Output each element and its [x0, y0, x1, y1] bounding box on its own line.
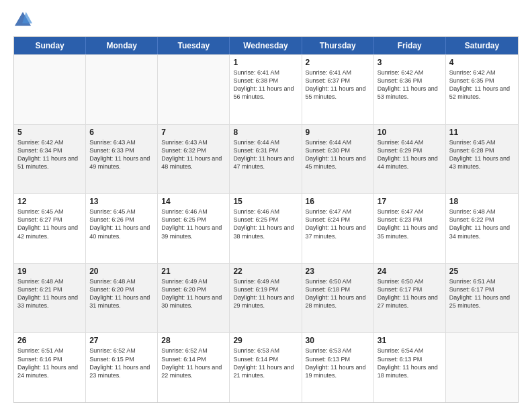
calendar-body: 1Sunrise: 6:41 AM Sunset: 6:38 PM Daylig…: [14, 54, 518, 402]
day-cell-5: 5Sunrise: 6:42 AM Sunset: 6:34 PM Daylig…: [14, 125, 86, 194]
cell-info: Sunrise: 6:41 AM Sunset: 6:38 PM Dayligh…: [233, 68, 298, 101]
day-number: 7: [161, 128, 226, 137]
week-row-5: 26Sunrise: 6:51 AM Sunset: 6:16 PM Dayli…: [14, 332, 518, 402]
day-number: 20: [89, 267, 154, 276]
day-cell-21: 21Sunrise: 6:49 AM Sunset: 6:20 PM Dayli…: [158, 264, 230, 333]
cell-info: Sunrise: 6:50 AM Sunset: 6:18 PM Dayligh…: [306, 277, 370, 310]
cell-info: Sunrise: 6:45 AM Sunset: 6:26 PM Dayligh…: [89, 208, 154, 240]
day-cell-13: 13Sunrise: 6:45 AM Sunset: 6:26 PM Dayli…: [86, 194, 158, 263]
day-number: 28: [161, 336, 226, 345]
day-cell-9: 9Sunrise: 6:44 AM Sunset: 6:30 PM Daylig…: [302, 125, 374, 194]
cell-info: Sunrise: 6:42 AM Sunset: 6:35 PM Dayligh…: [449, 68, 515, 101]
day-number: 27: [89, 336, 154, 345]
empty-cell: [446, 333, 518, 402]
day-cell-10: 10Sunrise: 6:44 AM Sunset: 6:29 PM Dayli…: [374, 125, 446, 194]
week-row-1: 1Sunrise: 6:41 AM Sunset: 6:38 PM Daylig…: [14, 54, 518, 124]
day-cell-26: 26Sunrise: 6:51 AM Sunset: 6:16 PM Dayli…: [14, 333, 86, 402]
day-cell-19: 19Sunrise: 6:48 AM Sunset: 6:21 PM Dayli…: [14, 264, 86, 333]
cell-info: Sunrise: 6:52 AM Sunset: 6:15 PM Dayligh…: [89, 347, 154, 379]
day-cell-27: 27Sunrise: 6:52 AM Sunset: 6:15 PM Dayli…: [86, 333, 158, 402]
day-number: 6: [89, 128, 154, 137]
day-number: 14: [161, 197, 226, 206]
cell-info: Sunrise: 6:48 AM Sunset: 6:21 PM Dayligh…: [17, 277, 82, 310]
header-cell-wednesday: Wednesday: [230, 37, 302, 54]
day-cell-4: 4Sunrise: 6:42 AM Sunset: 6:35 PM Daylig…: [446, 55, 518, 124]
header-cell-thursday: Thursday: [302, 37, 374, 54]
day-cell-28: 28Sunrise: 6:52 AM Sunset: 6:14 PM Dayli…: [158, 333, 230, 402]
day-cell-17: 17Sunrise: 6:47 AM Sunset: 6:23 PM Dayli…: [374, 194, 446, 263]
header-cell-friday: Friday: [374, 37, 446, 54]
cell-info: Sunrise: 6:47 AM Sunset: 6:24 PM Dayligh…: [306, 208, 370, 240]
day-number: 29: [233, 336, 298, 345]
day-number: 3: [378, 58, 442, 67]
cell-info: Sunrise: 6:45 AM Sunset: 6:27 PM Dayligh…: [17, 208, 82, 240]
cell-info: Sunrise: 6:48 AM Sunset: 6:20 PM Dayligh…: [89, 277, 154, 310]
day-number: 30: [306, 336, 370, 345]
cell-info: Sunrise: 6:42 AM Sunset: 6:36 PM Dayligh…: [378, 68, 442, 101]
cell-info: Sunrise: 6:54 AM Sunset: 6:13 PM Dayligh…: [378, 347, 442, 379]
day-cell-29: 29Sunrise: 6:53 AM Sunset: 6:14 PM Dayli…: [230, 333, 302, 402]
day-cell-16: 16Sunrise: 6:47 AM Sunset: 6:24 PM Dayli…: [302, 194, 374, 263]
day-number: 10: [378, 128, 442, 137]
day-cell-11: 11Sunrise: 6:45 AM Sunset: 6:28 PM Dayli…: [446, 125, 518, 194]
day-number: 13: [89, 197, 154, 206]
logo-icon: [13, 11, 32, 30]
day-number: 5: [17, 128, 82, 137]
day-number: 18: [449, 197, 515, 206]
empty-cell: [14, 55, 86, 124]
cell-info: Sunrise: 6:53 AM Sunset: 6:13 PM Dayligh…: [306, 347, 370, 379]
cell-info: Sunrise: 6:46 AM Sunset: 6:25 PM Dayligh…: [233, 208, 298, 240]
week-row-4: 19Sunrise: 6:48 AM Sunset: 6:21 PM Dayli…: [14, 263, 518, 333]
day-number: 2: [306, 58, 370, 67]
day-number: 16: [306, 197, 370, 206]
day-number: 22: [233, 267, 298, 276]
cell-info: Sunrise: 6:51 AM Sunset: 6:17 PM Dayligh…: [449, 277, 515, 310]
cell-info: Sunrise: 6:52 AM Sunset: 6:14 PM Dayligh…: [161, 347, 226, 379]
cell-info: Sunrise: 6:44 AM Sunset: 6:30 PM Dayligh…: [306, 138, 370, 171]
day-cell-20: 20Sunrise: 6:48 AM Sunset: 6:20 PM Dayli…: [86, 264, 158, 333]
cell-info: Sunrise: 6:46 AM Sunset: 6:25 PM Dayligh…: [161, 208, 226, 240]
header-cell-monday: Monday: [86, 37, 158, 54]
day-cell-14: 14Sunrise: 6:46 AM Sunset: 6:25 PM Dayli…: [158, 194, 230, 263]
day-number: 26: [17, 336, 82, 345]
cell-info: Sunrise: 6:49 AM Sunset: 6:20 PM Dayligh…: [161, 277, 226, 310]
cell-info: Sunrise: 6:41 AM Sunset: 6:37 PM Dayligh…: [306, 68, 370, 101]
cell-info: Sunrise: 6:45 AM Sunset: 6:28 PM Dayligh…: [449, 138, 515, 171]
day-number: 4: [449, 58, 515, 67]
cell-info: Sunrise: 6:43 AM Sunset: 6:33 PM Dayligh…: [89, 138, 154, 171]
cell-info: Sunrise: 6:50 AM Sunset: 6:17 PM Dayligh…: [378, 277, 442, 310]
day-number: 31: [378, 336, 442, 345]
day-number: 15: [233, 197, 298, 206]
cell-info: Sunrise: 6:53 AM Sunset: 6:14 PM Dayligh…: [233, 347, 298, 379]
day-cell-1: 1Sunrise: 6:41 AM Sunset: 6:38 PM Daylig…: [230, 55, 302, 124]
day-number: 8: [233, 128, 298, 137]
day-number: 25: [449, 267, 515, 276]
day-cell-23: 23Sunrise: 6:50 AM Sunset: 6:18 PM Dayli…: [302, 264, 374, 333]
cell-info: Sunrise: 6:49 AM Sunset: 6:19 PM Dayligh…: [233, 277, 298, 310]
day-cell-30: 30Sunrise: 6:53 AM Sunset: 6:13 PM Dayli…: [302, 333, 374, 402]
day-cell-15: 15Sunrise: 6:46 AM Sunset: 6:25 PM Dayli…: [230, 194, 302, 263]
day-number: 12: [17, 197, 82, 206]
header-cell-saturday: Saturday: [446, 37, 518, 54]
cell-info: Sunrise: 6:43 AM Sunset: 6:32 PM Dayligh…: [161, 138, 226, 171]
header-cell-tuesday: Tuesday: [158, 37, 230, 54]
day-number: 11: [449, 128, 515, 137]
cell-info: Sunrise: 6:44 AM Sunset: 6:31 PM Dayligh…: [233, 138, 298, 171]
empty-cell: [158, 55, 230, 124]
day-cell-7: 7Sunrise: 6:43 AM Sunset: 6:32 PM Daylig…: [158, 125, 230, 194]
day-cell-18: 18Sunrise: 6:48 AM Sunset: 6:22 PM Dayli…: [446, 194, 518, 263]
day-cell-3: 3Sunrise: 6:42 AM Sunset: 6:36 PM Daylig…: [374, 55, 446, 124]
calendar: SundayMondayTuesdayWednesdayThursdayFrid…: [13, 36, 519, 403]
day-cell-31: 31Sunrise: 6:54 AM Sunset: 6:13 PM Dayli…: [374, 333, 446, 402]
day-number: 1: [233, 58, 298, 67]
page: SundayMondayTuesdayWednesdayThursdayFrid…: [0, 0, 532, 411]
cell-info: Sunrise: 6:44 AM Sunset: 6:29 PM Dayligh…: [378, 138, 442, 171]
cell-info: Sunrise: 6:51 AM Sunset: 6:16 PM Dayligh…: [17, 347, 82, 379]
cell-info: Sunrise: 6:47 AM Sunset: 6:23 PM Dayligh…: [378, 208, 442, 240]
day-number: 23: [306, 267, 370, 276]
empty-cell: [86, 55, 158, 124]
week-row-3: 12Sunrise: 6:45 AM Sunset: 6:27 PM Dayli…: [14, 193, 518, 263]
header-cell-sunday: Sunday: [14, 37, 86, 54]
day-cell-12: 12Sunrise: 6:45 AM Sunset: 6:27 PM Dayli…: [14, 194, 86, 263]
day-number: 24: [378, 267, 442, 276]
